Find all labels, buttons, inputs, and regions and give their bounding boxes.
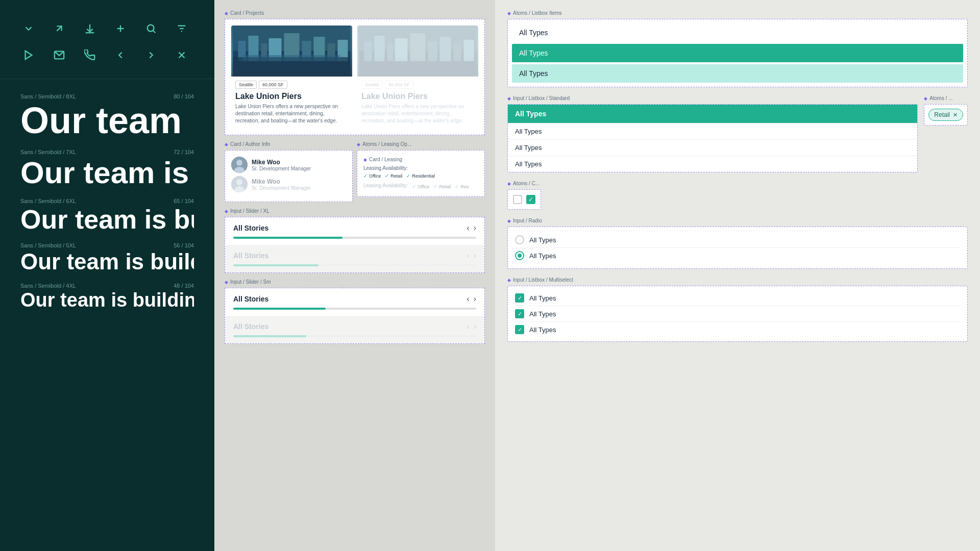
leasing-card: Card / Leasing Leasing Availability: ✓ O… <box>357 150 485 197</box>
slider-xl-label-text: All Stories <box>233 224 268 232</box>
author-label: Card / Author Info <box>225 141 353 147</box>
multiselect-label: Input / Listbox / Multiselect <box>507 277 968 283</box>
slider-ghost-prev-icon: ‹ <box>467 251 469 260</box>
type-row-5xl: Sans / Semibold / 5XL 56 / 104 Our team … <box>0 238 214 278</box>
ms-cb-3[interactable]: ✓ <box>515 325 524 334</box>
slider-xl-ghost-header: All Stories ‹ › <box>233 251 476 260</box>
play-icon[interactable] <box>20 47 37 63</box>
leasing-title: Leasing Availability: <box>363 165 478 171</box>
ms-cb-1[interactable]: ✓ <box>515 293 524 303</box>
mail-icon[interactable] <box>51 47 67 63</box>
chevron-right-icon[interactable] <box>143 47 159 63</box>
leasing-residential: ✓ Residential <box>406 173 435 179</box>
chevron-left-icon[interactable] <box>112 47 129 63</box>
slider-xl-ghost-label: All Stories <box>233 252 268 260</box>
type-sample-8xl: Our team is bu <box>20 101 194 141</box>
slider-sm-prev-icon[interactable]: ‹ <box>467 294 469 304</box>
radio-btn-1[interactable] <box>515 235 524 244</box>
slider-sm-nav[interactable]: ‹ › <box>467 294 476 304</box>
checkbox-label: Atoms / C... <box>507 181 968 186</box>
atoms-label: Atoms / ... <box>924 95 968 101</box>
checkbox-checked[interactable]: ✓ <box>526 195 535 204</box>
icons-grid <box>0 0 214 79</box>
slider-prev-icon[interactable]: ‹ <box>467 223 469 233</box>
arrow-up-right-icon[interactable] <box>51 20 67 37</box>
type-row-4xl: Sans / Semibold / 4XL 48 / 104 Our team … <box>0 279 214 315</box>
type-sample-4xl: Our team is building a b <box>20 290 194 311</box>
author-title-2: Sr. Development Manager <box>252 185 311 191</box>
svg-rect-33 <box>428 41 437 61</box>
listbox-item-normal[interactable]: All Types <box>512 23 963 42</box>
ms-label-3: All Types <box>529 326 556 334</box>
slider-sm-next-icon[interactable]: › <box>474 294 476 304</box>
svg-rect-35 <box>454 43 461 61</box>
dropdown-active-item[interactable]: All Types <box>508 105 917 123</box>
check-icon-residential: ✓ <box>406 173 410 179</box>
card-desc-1: Lake Union Piers offers a new perspectiv… <box>235 103 348 124</box>
dropdown-option-1[interactable]: All Types <box>508 123 917 139</box>
radio-row-2[interactable]: All Types <box>515 248 960 263</box>
project-card-1[interactable]: Seattle 60,000 SF Lake Union Piers Lake … <box>231 26 352 129</box>
slider-xl-container: All Stories ‹ › All Stories ‹ › <box>225 217 485 273</box>
ms-row-2[interactable]: ✓ All Types <box>515 306 960 322</box>
project-card-2[interactable]: Seattle 60,000 SF Lake Union Piers Lake … <box>357 26 478 129</box>
svg-rect-19 <box>284 33 300 61</box>
search-icon[interactable] <box>143 20 159 37</box>
card-title-1: Lake Union Piers <box>235 92 348 101</box>
filter-icon[interactable] <box>174 20 190 37</box>
slider-sm-ghost-next-icon: › <box>474 322 476 331</box>
slider-sm-track[interactable] <box>233 308 476 310</box>
download-icon[interactable] <box>82 20 98 37</box>
slider-sm-label: Input / Slider / Sm <box>225 279 485 285</box>
author-title-1: Sr. Development Manager <box>252 166 311 171</box>
chevron-down-icon[interactable] <box>20 20 37 37</box>
svg-rect-16 <box>249 36 259 61</box>
slider-xl-frame: Input / Slider / XL All Stories ‹ › All … <box>225 208 485 273</box>
multiselect-container: ✓ All Types ✓ All Types ✓ All Types <box>507 286 968 342</box>
slider-xl-track[interactable] <box>233 237 476 239</box>
slider-sm-ghost-track <box>233 335 476 337</box>
close-icon[interactable] <box>174 47 190 63</box>
tag-close-icon[interactable]: ✕ <box>953 112 958 118</box>
tag-size-2: 60,000 SF <box>385 81 413 89</box>
slider-sm-header: All Stories ‹ › <box>233 294 476 304</box>
author-row-primary: Mike Woo Sr. Development Manager <box>231 157 346 173</box>
type-row-6xl: Sans / Semibold / 6XL 65 / 104 Our team … <box>0 194 214 238</box>
listbox-item-selected-light[interactable]: All Types <box>512 64 963 83</box>
dropdown-option-3[interactable]: All Types <box>508 156 917 172</box>
phone-icon[interactable] <box>82 47 98 63</box>
slider-sm-container: All Stories ‹ › All Stories ‹ › <box>225 288 485 344</box>
input-listbox-block: Input / Listbox / Standard All Types All… <box>507 95 968 172</box>
radio-container: All Types All Types <box>507 227 968 269</box>
card-projects-frame: Card / Projects <box>225 10 485 135</box>
card-desc-2: Lake Union Piers offers a new perspectiv… <box>361 103 474 124</box>
slider-sm-ghost-label: All Stories <box>233 322 268 331</box>
ms-cb-2[interactable]: ✓ <box>515 309 524 318</box>
radio-btn-2[interactable] <box>515 251 524 260</box>
tag-size: 60,000 SF <box>259 81 287 89</box>
plus-icon[interactable] <box>112 20 129 37</box>
author-info-1: Mike Woo Sr. Development Manager <box>252 159 311 171</box>
type-label-6xl: Sans / Semibold / 6XL 65 / 104 <box>20 198 194 204</box>
slider-xl-ghost: All Stories ‹ › <box>225 245 484 272</box>
check-icon-retail: ✓ <box>385 173 389 179</box>
card-projects-container: Seattle 60,000 SF Lake Union Piers Lake … <box>225 19 485 135</box>
author-name-2: Mike Woo <box>252 178 311 185</box>
right-inner: Atoms / Listbox Items All Types All Type… <box>507 10 968 342</box>
radio-row-1[interactable]: All Types <box>515 232 960 248</box>
slider-next-icon[interactable]: › <box>474 223 476 233</box>
type-label-8xl: Sans / Semibold / 8XL 80 / 104 <box>20 93 194 99</box>
card-image-1 <box>231 26 352 77</box>
svg-rect-28 <box>364 41 372 61</box>
listbox-item-selected-teal[interactable]: All Types <box>512 44 963 62</box>
svg-rect-15 <box>238 41 246 61</box>
ms-row-3[interactable]: ✓ All Types <box>515 322 960 337</box>
tag-pill-retail[interactable]: Retail ✕ <box>928 109 963 121</box>
card-body-1: Seattle 60,000 SF Lake Union Piers Lake … <box>231 77 352 129</box>
svg-rect-18 <box>269 38 282 61</box>
dropdown-option-2[interactable]: All Types <box>508 139 917 156</box>
tag-pill-text: Retail <box>934 111 950 118</box>
ms-row-1[interactable]: ✓ All Types <box>515 290 960 306</box>
slider-xl-nav[interactable]: ‹ › <box>467 223 476 233</box>
checkbox-unchecked[interactable] <box>513 195 522 204</box>
